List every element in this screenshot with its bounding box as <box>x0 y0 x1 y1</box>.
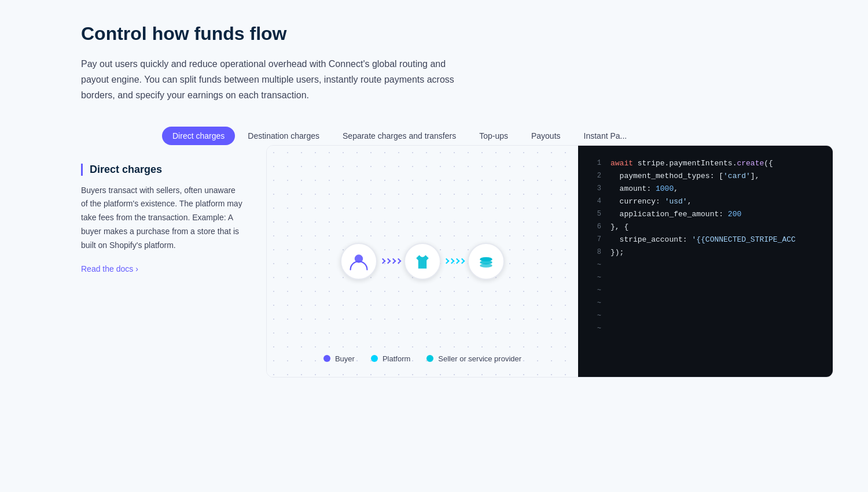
buyer-node <box>340 243 377 280</box>
legend-seller: Seller or service provider <box>426 354 521 363</box>
line-num-tilde-5: ~ <box>587 310 601 321</box>
legend-seller-label: Seller or service provider <box>438 354 521 363</box>
arrow-dot <box>459 258 465 264</box>
tab-payouts[interactable]: Payouts <box>521 127 571 145</box>
legend-seller-dot <box>426 355 433 362</box>
legend-platform-dot <box>371 355 378 362</box>
line-num-3: 3 <box>587 183 601 194</box>
svg-point-3 <box>480 257 492 261</box>
code-line-tilde-3: ~ <box>578 284 833 297</box>
diagram-panel: Buyer Platform Seller or service provide… <box>267 146 578 377</box>
code-line-2: 2 payment_method_types: ['card'], <box>578 170 833 183</box>
line-num-6: 6 <box>587 221 601 232</box>
right-area: Buyer Platform Seller or service provide… <box>266 145 833 378</box>
tab-instant-payouts[interactable]: Instant Pa... <box>573 127 638 145</box>
line-num-5: 5 <box>587 208 601 220</box>
line-num-2: 2 <box>587 170 601 182</box>
code-content-3: amount: 1000, <box>610 183 678 195</box>
left-panel: Direct charges Buyers transact with sell… <box>81 145 243 273</box>
code-content-1: await stripe.paymentIntents.create({ <box>610 157 773 170</box>
code-content-8: }); <box>610 246 624 259</box>
tab-destination-charges[interactable]: Destination charges <box>237 127 330 145</box>
code-line-tilde-4: ~ <box>578 297 833 310</box>
legend-platform: Platform <box>371 354 410 363</box>
flow-arrow-2 <box>444 259 464 263</box>
line-num-tilde-3: ~ <box>587 284 601 296</box>
platform-icon <box>412 251 433 272</box>
flow-arrow-1 <box>381 259 400 263</box>
arrow-dot <box>396 258 402 264</box>
legend-buyer-label: Buyer <box>335 354 355 363</box>
code-line-6: 6 }, { <box>578 221 833 234</box>
flow-diagram <box>340 243 505 280</box>
legend-buyer: Buyer <box>323 354 355 363</box>
code-line-5: 5 application_fee_amount: 200 <box>578 208 833 221</box>
line-num-4: 4 <box>587 195 601 207</box>
read-docs-label: Read the docs <box>81 264 133 273</box>
tabs-container: Direct charges Destination charges Separ… <box>81 127 833 145</box>
line-num-7: 7 <box>587 234 601 245</box>
diagram-legend: Buyer Platform Seller or service provide… <box>267 345 578 368</box>
platform-node <box>404 243 441 280</box>
legend-platform-label: Platform <box>382 354 410 363</box>
line-num-tilde-4: ~ <box>587 297 601 309</box>
seller-icon <box>476 251 496 272</box>
page-title: Control how funds flow <box>81 23 833 45</box>
buyer-icon <box>348 251 369 272</box>
code-line-3: 3 amount: 1000, <box>578 183 833 195</box>
code-line-1: 1 await stripe.paymentIntents.create({ <box>578 157 833 170</box>
page-wrapper: Control how funds flow Pay out users qui… <box>0 0 868 401</box>
code-content-4: currency: 'usd', <box>610 195 692 208</box>
code-line-tilde-2: ~ <box>578 272 833 284</box>
code-content-5: application_fee_amount: 200 <box>610 208 741 221</box>
code-line-tilde-6: ~ <box>578 323 833 335</box>
diagram-code-wrapper: Buyer Platform Seller or service provide… <box>266 145 833 378</box>
tab-separate-charges[interactable]: Separate charges and transfers <box>332 127 466 145</box>
code-line-4: 4 currency: 'usd', <box>578 195 833 208</box>
code-content-7: stripe_account: '{{CONNECTED_STRIPE_ACC <box>610 234 796 246</box>
code-line-tilde-1: ~ <box>578 259 833 272</box>
tab-direct-charges[interactable]: Direct charges <box>162 127 235 145</box>
read-docs-arrow-icon: › <box>135 264 138 273</box>
code-panel: 1 await stripe.paymentIntents.create({ 2… <box>578 146 833 377</box>
code-content-2: payment_method_types: ['card'], <box>610 170 759 183</box>
code-line-8: 8 }); <box>578 246 833 259</box>
line-num-1: 1 <box>587 157 601 169</box>
seller-node <box>468 243 505 280</box>
line-num-tilde-6: ~ <box>587 323 601 334</box>
code-line-tilde-5: ~ <box>578 310 833 323</box>
legend-buyer-dot <box>323 355 330 362</box>
active-tab-description: Buyers transact with sellers, often unaw… <box>81 184 243 253</box>
line-num-tilde-2: ~ <box>587 272 601 283</box>
line-num-8: 8 <box>587 246 601 258</box>
tab-top-ups[interactable]: Top-ups <box>469 127 518 145</box>
code-content-6: }, { <box>610 221 628 234</box>
page-description: Pay out users quickly and reduce operati… <box>81 56 475 103</box>
read-docs-link[interactable]: Read the docs › <box>81 264 243 273</box>
active-tab-title: Direct charges <box>81 164 243 176</box>
main-content: Direct charges Buyers transact with sell… <box>81 145 833 378</box>
line-num-tilde-1: ~ <box>587 259 601 271</box>
code-line-7: 7 stripe_account: '{{CONNECTED_STRIPE_AC… <box>578 234 833 246</box>
